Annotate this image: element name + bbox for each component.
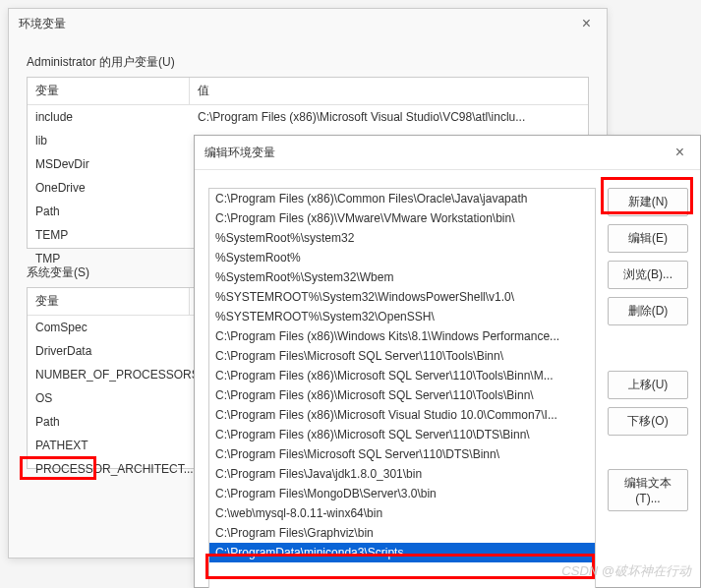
delete-button[interactable]: 删除(D) <box>608 297 688 325</box>
moveup-button[interactable]: 上移(U) <box>608 371 688 399</box>
list-item[interactable]: C:\Program Files (x86)\Microsoft SQL Ser… <box>209 385 595 405</box>
var-name: include <box>28 105 190 129</box>
list-item[interactable]: C:\Program Files (x86)\Common Files\Orac… <box>209 189 595 208</box>
list-item[interactable]: C:\Program Files\Microsoft SQL Server\11… <box>209 346 595 366</box>
var-name: PATHEXT <box>28 434 190 457</box>
user-vars-header: 变量 值 <box>28 78 588 105</box>
header-name[interactable]: 变量 <box>28 78 190 104</box>
var-name: MSDevDir <box>28 152 190 176</box>
dialog2-titlebar: 编辑环境变量 × <box>195 136 700 170</box>
list-item[interactable]: C:\Program Files (x86)\Microsoft SQL Ser… <box>209 366 595 385</box>
var-name: Path <box>28 200 190 223</box>
list-item[interactable]: %SYSTEMROOT%\System32\WindowsPowerShell\… <box>209 287 595 307</box>
annotation-highlight <box>20 456 96 480</box>
list-item[interactable]: C:\Program Files (x86)\Microsoft SQL Ser… <box>209 425 595 444</box>
dialog2-body: C:\Program Files (x86)\Common Files\Orac… <box>195 170 700 588</box>
list-item[interactable]: C:\Program Files\Java\jdk1.8.0_301\bin <box>209 464 595 484</box>
var-name: NUMBER_OF_PROCESSORS <box>28 363 190 386</box>
var-name: Path <box>28 410 190 434</box>
user-vars-label: Administrator 的用户变量(U) <box>27 54 607 71</box>
list-item[interactable]: %SystemRoot%\System32\Wbem <box>209 267 595 287</box>
movedown-button[interactable]: 下移(O) <box>608 407 688 436</box>
var-name: OneDrive <box>28 176 190 200</box>
list-item[interactable]: %SYSTEMROOT%\System32\OpenSSH\ <box>209 307 595 326</box>
list-item[interactable]: C:\Program Files (x86)\Windows Kits\8.1\… <box>209 326 595 346</box>
annotation-highlight <box>205 554 595 579</box>
annotation-highlight <box>601 177 693 214</box>
var-name: OS <box>28 386 190 410</box>
table-row[interactable]: includeC:\Program Files (x86)\Microsoft … <box>28 105 588 129</box>
dialog1-titlebar: 环境变量 × <box>9 9 607 38</box>
list-item[interactable]: C:\web\mysql-8.0.11-winx64\bin <box>209 503 595 523</box>
list-item[interactable]: C:\Program Files (x86)\Microsoft Visual … <box>209 405 595 425</box>
dialog2-title: 编辑环境变量 <box>204 145 275 161</box>
header-name[interactable]: 变量 <box>28 288 190 315</box>
var-name: TEMP <box>28 223 190 247</box>
var-name: lib <box>28 129 190 152</box>
dialog1-title: 环境变量 <box>19 16 66 32</box>
list-item[interactable]: C:\Program Files\Graphviz\bin <box>209 523 595 543</box>
var-name: ComSpec <box>28 316 190 339</box>
list-item[interactable]: C:\Program Files\Microsoft SQL Server\11… <box>209 444 595 464</box>
list-item[interactable]: %SystemRoot%\system32 <box>209 228 595 248</box>
edittext-button[interactable]: 编辑文本(T)... <box>608 469 688 511</box>
browse-button[interactable]: 浏览(B)... <box>608 261 688 289</box>
close-icon[interactable]: × <box>670 144 690 161</box>
var-name: DriverData <box>28 339 190 363</box>
list-item[interactable]: C:\Program Files (x86)\VMware\VMware Wor… <box>209 208 595 228</box>
edit-button[interactable]: 编辑(E) <box>608 224 688 253</box>
path-list[interactable]: C:\Program Files (x86)\Common Files\Orac… <box>208 188 596 588</box>
header-value[interactable]: 值 <box>190 78 588 104</box>
button-column: 新建(N) 编辑(E) 浏览(B)... 删除(D) 上移(U) 下移(O) 编… <box>608 188 688 588</box>
list-item[interactable]: %SystemRoot% <box>209 248 595 267</box>
list-item[interactable]: C:\Program Files\MongoDB\Server\3.0\bin <box>209 484 595 503</box>
var-value: C:\Program Files (x86)\Microsoft Visual … <box>190 105 588 129</box>
close-icon[interactable]: × <box>576 15 597 32</box>
